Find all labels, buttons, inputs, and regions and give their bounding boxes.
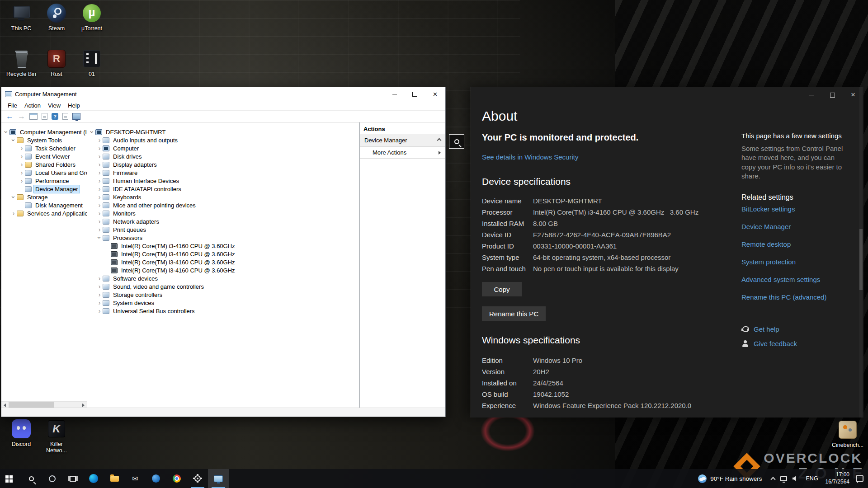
device-tree-item[interactable]: Disk drives	[87, 152, 359, 160]
expander-icon[interactable]	[96, 136, 103, 144]
expander-icon[interactable]	[89, 129, 96, 135]
expander-icon[interactable]	[10, 194, 17, 200]
expander-icon[interactable]	[19, 161, 25, 168]
expander-icon[interactable]	[19, 202, 25, 209]
expander-icon[interactable]	[96, 169, 103, 176]
device-tree-item[interactable]: Firmware	[87, 169, 359, 177]
related-settings-link[interactable]: Advanced system settings	[741, 276, 826, 293]
expander-icon[interactable]	[10, 210, 17, 217]
expander-icon[interactable]	[19, 177, 25, 184]
file-explorer-taskbar-button[interactable]	[104, 469, 125, 488]
expander-icon[interactable]	[104, 242, 111, 249]
expander-icon[interactable]	[19, 169, 25, 176]
expander-icon[interactable]	[10, 137, 17, 143]
rename-pc-button[interactable]: Rename this PC	[482, 306, 546, 321]
cortana-button[interactable]	[42, 469, 62, 488]
scrollbar-thumb[interactable]	[859, 229, 863, 290]
related-settings-link[interactable]: Remote desktop	[741, 240, 826, 258]
menu-item[interactable]: Action	[21, 102, 44, 109]
properties-icon[interactable]	[62, 113, 68, 120]
expander-icon[interactable]	[96, 185, 103, 192]
help-link[interactable]: Give feedback	[741, 336, 797, 351]
expander-icon[interactable]	[96, 193, 103, 201]
expander-icon[interactable]	[96, 177, 103, 184]
device-tree-item[interactable]: Processors	[87, 234, 359, 242]
expander-icon[interactable]	[96, 218, 103, 225]
title-bar[interactable]: Computer Management ×	[1, 87, 445, 101]
expander-icon[interactable]	[104, 258, 111, 266]
expander-icon[interactable]	[19, 153, 25, 160]
scan-hardware-icon[interactable]	[72, 113, 80, 120]
device-tree-item[interactable]: IDE ATA/ATAPI controllers	[87, 185, 359, 193]
link-label[interactable]: Rename this PC (advanced)	[741, 293, 826, 301]
console-tree-toggle-icon[interactable]	[29, 113, 38, 120]
device-tree-item[interactable]: System devices	[87, 299, 359, 307]
desktop-icon[interactable]: Steam	[39, 3, 74, 48]
console-tree-item[interactable]: Task Scheduler	[1, 144, 87, 152]
search-popout-button[interactable]	[449, 134, 464, 149]
settings-taskbar-button[interactable]	[187, 469, 208, 488]
expander-icon[interactable]	[96, 202, 103, 209]
device-tree-item[interactable]: Intel(R) Core(TM) i3-4160 CPU @ 3.60GHz	[87, 250, 359, 258]
device-tree-item[interactable]: Network adapters	[87, 217, 359, 225]
maximize-button[interactable]	[822, 87, 843, 103]
link-label[interactable]: Device Manager	[741, 223, 791, 230]
link-label[interactable]: Remote desktop	[741, 240, 791, 248]
expander-icon[interactable]	[96, 299, 103, 306]
close-button[interactable]: ×	[425, 87, 445, 101]
more-actions[interactable]: More Actions	[360, 147, 445, 159]
export-list-icon[interactable]	[42, 113, 47, 120]
expander-icon[interactable]	[19, 185, 25, 192]
device-tree-item[interactable]: Monitors	[87, 209, 359, 217]
expander-icon[interactable]	[96, 235, 103, 241]
device-tree-item[interactable]: Sound, video and game controllers	[87, 282, 359, 291]
device-tree-item[interactable]: Intel(R) Core(TM) i3-4160 CPU @ 3.60GHz	[87, 266, 359, 274]
expander-icon[interactable]	[96, 161, 103, 168]
device-manager-taskbar-button[interactable]	[208, 469, 229, 488]
console-tree-item[interactable]: Disk Management	[1, 201, 87, 209]
start-button[interactable]	[0, 469, 21, 488]
related-settings-link[interactable]: System protection	[741, 258, 826, 276]
related-settings-link[interactable]: BitLocker settings	[741, 205, 826, 223]
desktop-icon[interactable]: This PC	[4, 3, 39, 48]
hidden-icons-chevron[interactable]	[770, 477, 775, 482]
volume-tray-icon[interactable]	[793, 476, 799, 482]
expander-icon[interactable]	[96, 307, 103, 314]
device-tree-item[interactable]: Display adapters	[87, 160, 359, 169]
expander-icon[interactable]	[96, 275, 103, 282]
console-tree-item[interactable]: Computer Management (Local	[1, 128, 87, 136]
expander-icon[interactable]	[96, 291, 103, 298]
expander-icon[interactable]	[19, 145, 25, 152]
vertical-scrollbar[interactable]	[859, 87, 863, 418]
device-tree-item[interactable]: Audio inputs and outputs	[87, 136, 359, 144]
expander-icon[interactable]	[96, 283, 103, 290]
console-tree-item[interactable]: Services and Applications	[1, 209, 87, 217]
desktop-icon[interactable]: Killer Netwo...	[39, 418, 74, 464]
clock[interactable]: 17:00 16/7/2564	[826, 471, 849, 485]
device-tree-item[interactable]: Universal Serial Bus controllers	[87, 307, 359, 315]
desktop-icon[interactable]: Cinebench...	[830, 419, 865, 465]
device-tree-item[interactable]: Storage controllers	[87, 291, 359, 299]
expander-icon[interactable]	[3, 129, 10, 135]
device-tree-item[interactable]: Mice and other pointing devices	[87, 201, 359, 209]
device-tree-item[interactable]: DESKTOP-MGHTMRT	[87, 128, 359, 136]
desktop-icon[interactable]: Discord	[4, 418, 39, 464]
device-tree-item[interactable]: Human Interface Devices	[87, 177, 359, 185]
expander-icon[interactable]	[96, 226, 103, 233]
related-settings-link[interactable]: Rename this PC (advanced)	[741, 293, 826, 311]
windows-security-link[interactable]: See details in Windows Security	[482, 153, 578, 161]
console-tree-item[interactable]: Performance	[1, 177, 87, 185]
chrome-taskbar-button[interactable]	[166, 469, 187, 488]
console-tree-item[interactable]: Event Viewer	[1, 152, 87, 160]
copy-button[interactable]: Copy	[482, 282, 522, 296]
menu-item[interactable]: View	[44, 102, 64, 109]
help-link-label[interactable]: Give feedback	[754, 340, 797, 347]
minimize-button[interactable]	[801, 87, 822, 103]
edge-taskbar-button[interactable]	[83, 469, 104, 488]
link-label[interactable]: BitLocker settings	[741, 205, 795, 213]
expander-icon[interactable]	[104, 267, 111, 274]
forward-button[interactable]: →	[18, 112, 25, 121]
menu-item[interactable]: File	[4, 102, 21, 109]
device-tree-item[interactable]: Print queues	[87, 225, 359, 234]
action-center-icon[interactable]	[856, 475, 863, 482]
